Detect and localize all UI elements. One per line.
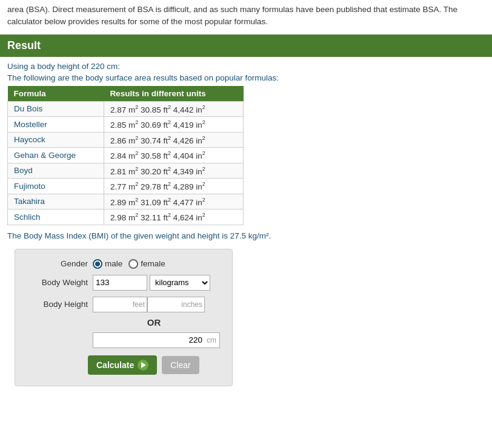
table-row: Gehan & George bbox=[8, 148, 104, 163]
or-divider: OR bbox=[88, 317, 220, 328]
male-label: male bbox=[105, 259, 122, 268]
gender-male-option[interactable]: male bbox=[93, 259, 122, 269]
gender-options: male female bbox=[93, 259, 165, 269]
male-radio-inner bbox=[95, 262, 100, 266]
height-inputs-group: feet inches bbox=[93, 297, 205, 312]
table-row: 2.86 m2 30.74 ft2 4,426 in2 bbox=[104, 132, 243, 148]
male-radio[interactable] bbox=[93, 259, 102, 269]
female-radio[interactable] bbox=[128, 259, 138, 269]
result-header: Result bbox=[0, 35, 492, 57]
table-row: Schlich bbox=[8, 209, 104, 225]
bmi-text: The Body Mass Index (BMI) of the given w… bbox=[7, 231, 485, 240]
table-row: Takahira bbox=[8, 194, 104, 209]
weight-input[interactable] bbox=[93, 275, 147, 291]
clear-button[interactable]: Clear bbox=[162, 356, 199, 374]
button-row: Calculate Clear bbox=[88, 355, 220, 375]
calculator-widget: Gender male female Body Weight kilograms… bbox=[15, 249, 233, 386]
table-row: 2.77 m2 29.78 ft2 4,289 in2 bbox=[104, 179, 243, 194]
table-row: 2.81 m2 30.20 ft2 4,349 in2 bbox=[104, 163, 243, 179]
feet-input[interactable] bbox=[93, 297, 147, 312]
table-row: 2.84 m2 30.58 ft2 4,404 in2 bbox=[104, 148, 243, 163]
gender-row: Gender male female bbox=[27, 259, 220, 269]
col-results: Results in different units bbox=[104, 86, 243, 102]
table-row: Mosteller bbox=[8, 117, 104, 133]
weight-unit-select[interactable]: kilogramspounds bbox=[150, 275, 210, 291]
intro-text: area (BSA). Direct measurement of BSA is… bbox=[0, 0, 492, 35]
table-row: 2.98 m2 32.11 ft2 4,624 in2 bbox=[104, 209, 243, 225]
table-row: 2.87 m2 30.85 ft2 4,442 in2 bbox=[104, 101, 243, 117]
col-formula: Formula bbox=[8, 86, 104, 102]
gender-female-option[interactable]: female bbox=[128, 259, 165, 269]
table-row: Boyd bbox=[8, 163, 104, 179]
calculate-label: Calculate bbox=[96, 360, 134, 370]
female-label: female bbox=[141, 259, 165, 268]
table-row: Fujimoto bbox=[8, 179, 104, 194]
gender-label: Gender bbox=[27, 259, 88, 268]
results-table: Formula Results in different units Du Bo… bbox=[7, 86, 244, 225]
body-height-row: Body Height feet inches bbox=[27, 297, 220, 312]
table-row: Du Bois bbox=[8, 101, 104, 117]
inches-box: inches bbox=[147, 297, 205, 312]
body-weight-label: Body Weight bbox=[27, 278, 88, 287]
result-desc2: The following are the body surface area … bbox=[7, 73, 485, 82]
play-icon bbox=[138, 360, 148, 371]
table-row: Haycock bbox=[8, 132, 104, 148]
table-row: 2.85 m2 30.69 ft2 4,419 in2 bbox=[104, 117, 243, 133]
play-triangle bbox=[141, 362, 146, 368]
cm-box: cm bbox=[93, 332, 220, 348]
inches-input[interactable] bbox=[147, 297, 205, 312]
result-section: Using a body height of 220 cm: The follo… bbox=[0, 62, 492, 386]
result-desc1: Using a body height of 220 cm: bbox=[7, 62, 485, 71]
table-row: 2.89 m2 31.09 ft2 4,477 in2 bbox=[104, 194, 243, 209]
cm-row: cm bbox=[93, 332, 220, 348]
clear-label: Clear bbox=[170, 360, 190, 370]
cm-input[interactable] bbox=[93, 332, 220, 348]
body-height-label: Body Height bbox=[27, 300, 88, 309]
feet-box: feet bbox=[93, 297, 147, 312]
calculate-button[interactable]: Calculate bbox=[88, 355, 157, 375]
body-weight-row: Body Weight kilogramspounds bbox=[27, 275, 220, 291]
